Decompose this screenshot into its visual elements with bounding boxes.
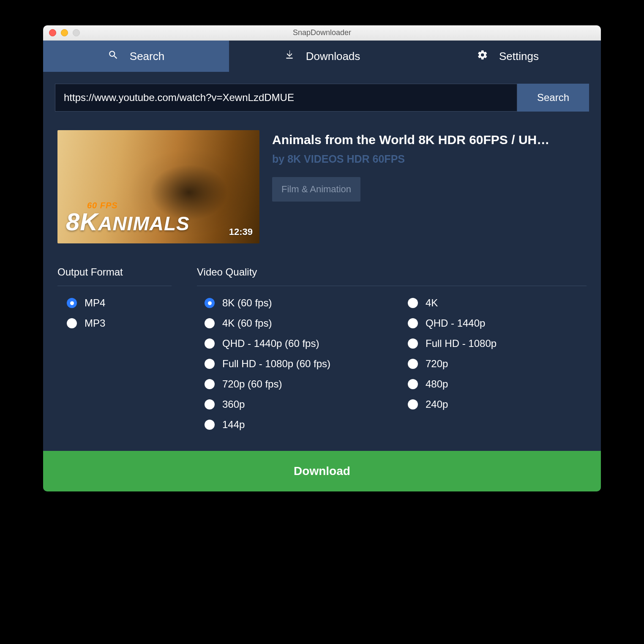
content-area: 60 FPS 8KANIMALS 12:39 Animals from the … bbox=[43, 112, 601, 451]
radio-icon bbox=[408, 399, 418, 409]
tab-search[interactable]: Search bbox=[43, 41, 229, 72]
quality-label: QHD - 1440p bbox=[426, 317, 485, 329]
video-duration: 12:39 bbox=[229, 226, 253, 237]
radio-icon bbox=[67, 298, 77, 308]
quality-label: 4K (60 fps) bbox=[222, 317, 272, 329]
quality-label: Full HD - 1080p (60 fps) bbox=[222, 358, 330, 370]
tab-downloads-label: Downloads bbox=[306, 50, 360, 63]
options-area: Output Format MP4 MP3 Video Quality bbox=[57, 266, 587, 431]
tab-search-label: Search bbox=[130, 50, 164, 63]
thumbnail-8k-badge: 8KANIMALS bbox=[66, 207, 190, 236]
tab-settings-label: Settings bbox=[499, 50, 539, 63]
format-mp3[interactable]: MP3 bbox=[67, 317, 172, 329]
quality-label: 144p bbox=[222, 419, 245, 431]
quality-8k-60fps[interactable]: 8K (60 fps) bbox=[205, 297, 383, 309]
quality-144p[interactable]: 144p bbox=[205, 419, 383, 431]
quality-240p[interactable]: 240p bbox=[408, 398, 587, 410]
quality-label: 720p bbox=[426, 358, 448, 370]
video-title: Animals from the World 8K HDR 60FPS / UH… bbox=[272, 133, 587, 147]
radio-icon bbox=[205, 318, 215, 328]
titlebar: SnapDownloader bbox=[43, 25, 601, 41]
gear-icon bbox=[477, 49, 488, 63]
radio-icon bbox=[408, 359, 418, 369]
app-window: SnapDownloader Search Downloads Settings… bbox=[43, 25, 601, 491]
video-preview: 60 FPS 8KANIMALS 12:39 Animals from the … bbox=[57, 130, 587, 243]
quality-360p[interactable]: 360p bbox=[205, 398, 383, 410]
quality-4k[interactable]: 4K bbox=[408, 297, 587, 309]
radio-icon bbox=[205, 338, 215, 349]
quality-720p[interactable]: 720p bbox=[408, 358, 587, 370]
channel-prefix: by bbox=[272, 153, 287, 165]
format-mp4[interactable]: MP4 bbox=[67, 297, 172, 309]
video-meta: Animals from the World 8K HDR 60FPS / UH… bbox=[272, 130, 587, 202]
quality-480p[interactable]: 480p bbox=[408, 378, 587, 390]
quality-label: 360p bbox=[222, 398, 245, 410]
quality-qhd[interactable]: QHD - 1440p bbox=[408, 317, 587, 329]
output-format-title: Output Format bbox=[57, 266, 172, 286]
radio-icon bbox=[408, 338, 418, 349]
video-quality-section: Video Quality 8K (60 fps) 4K (60 fps) bbox=[197, 266, 587, 431]
quality-label: 720p (60 fps) bbox=[222, 378, 282, 390]
search-bar: Search bbox=[55, 84, 589, 112]
download-icon bbox=[284, 49, 295, 63]
radio-icon bbox=[408, 379, 418, 389]
format-mp4-label: MP4 bbox=[85, 297, 105, 309]
tab-settings[interactable]: Settings bbox=[415, 41, 601, 72]
quality-label: 8K (60 fps) bbox=[222, 297, 272, 309]
tab-downloads[interactable]: Downloads bbox=[229, 41, 415, 72]
quality-label: 4K bbox=[426, 297, 438, 309]
video-channel[interactable]: by 8K VIDEOS HDR 60FPS bbox=[272, 153, 587, 165]
radio-icon bbox=[205, 379, 215, 389]
quality-720p-60fps[interactable]: 720p (60 fps) bbox=[205, 378, 383, 390]
search-icon bbox=[108, 49, 119, 63]
url-input[interactable] bbox=[55, 84, 517, 112]
radio-icon bbox=[67, 318, 77, 328]
quality-label: 480p bbox=[426, 378, 448, 390]
download-button[interactable]: Download bbox=[43, 451, 601, 491]
quality-4k-60fps[interactable]: 4K (60 fps) bbox=[205, 317, 383, 329]
video-thumbnail[interactable]: 60 FPS 8KANIMALS 12:39 bbox=[57, 130, 259, 243]
quality-label: QHD - 1440p (60 fps) bbox=[222, 338, 319, 349]
search-button[interactable]: Search bbox=[517, 84, 589, 112]
quality-qhd-60fps[interactable]: QHD - 1440p (60 fps) bbox=[205, 338, 383, 349]
radio-icon bbox=[408, 298, 418, 308]
format-mp3-label: MP3 bbox=[85, 317, 105, 329]
window-title: SnapDownloader bbox=[43, 28, 601, 37]
main-tabs: Search Downloads Settings bbox=[43, 41, 601, 72]
thumbnail-sub-text: ANIMALS bbox=[98, 213, 190, 235]
thumbnail-8k-text: 8K bbox=[66, 208, 98, 235]
radio-icon bbox=[205, 359, 215, 369]
quality-label: Full HD - 1080p bbox=[426, 338, 497, 349]
quality-fhd-60fps[interactable]: Full HD - 1080p (60 fps) bbox=[205, 358, 383, 370]
video-quality-title: Video Quality bbox=[197, 266, 587, 286]
radio-icon bbox=[205, 399, 215, 409]
output-format-section: Output Format MP4 MP3 bbox=[57, 266, 172, 431]
radio-icon bbox=[408, 318, 418, 328]
quality-fhd[interactable]: Full HD - 1080p bbox=[408, 338, 587, 349]
category-badge[interactable]: Film & Animation bbox=[272, 177, 360, 202]
quality-label: 240p bbox=[426, 398, 448, 410]
radio-icon bbox=[205, 298, 215, 308]
radio-icon bbox=[205, 420, 215, 430]
channel-name: 8K VIDEOS HDR 60FPS bbox=[287, 153, 405, 165]
